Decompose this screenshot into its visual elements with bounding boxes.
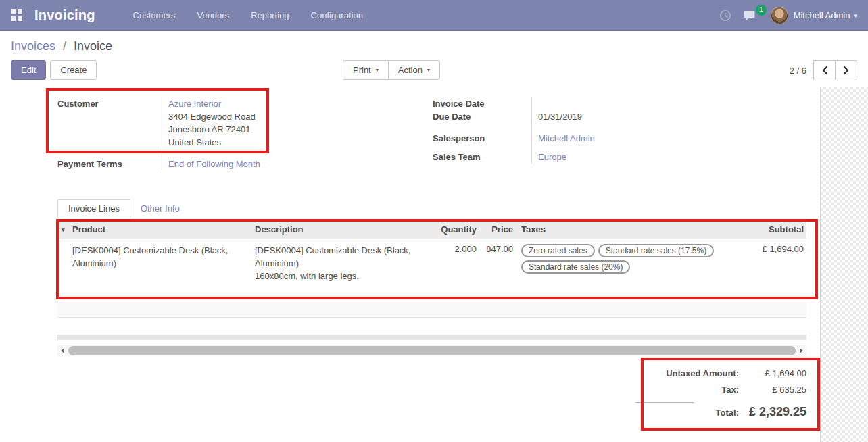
total-row: Total: £ 2,329.25 <box>635 405 806 421</box>
pager-previous-button[interactable] <box>813 60 836 80</box>
description-line: 160x80cm, with large legs. <box>255 270 427 283</box>
untaxed-label: Untaxed Amount: <box>635 368 739 378</box>
field-group-left: Customer Azure Interior 3404 Edgewood Ro… <box>57 97 382 170</box>
total-label: Total: <box>635 408 739 418</box>
chevron-down-icon: ▾ <box>376 67 379 73</box>
chevron-down-icon: ▾ <box>854 12 857 19</box>
column-description: Description <box>252 223 436 236</box>
messages-icon[interactable]: 1 <box>744 9 758 22</box>
column-price: Price <box>477 224 513 235</box>
table-row[interactable]: [DESK0004] Customizable Desk (Black, Alu… <box>57 239 806 298</box>
invoice-lines-table: ▾ Product Description Quantity Price Tax… <box>57 220 806 298</box>
column-subtotal: Subtotal <box>719 224 806 235</box>
tab-other-info[interactable]: Other Info <box>130 200 190 218</box>
cell-description: [DESK0004] Customizable Desk (Black, Alu… <box>252 244 427 283</box>
table-footer-bar <box>57 335 806 340</box>
top-nav: Invoicing Customers Vendors Reporting Co… <box>0 0 868 31</box>
due-date-field: Due Date 01/31/2019 <box>433 110 747 123</box>
nav-item-customers[interactable]: Customers <box>133 10 176 20</box>
total-value: £ 2,329.25 <box>739 405 806 419</box>
tab-invoice-lines[interactable]: Invoice Lines <box>57 199 130 218</box>
empty-table-row <box>57 302 806 318</box>
action-dropdowns: Print ▾ Action ▾ <box>343 60 440 80</box>
cell-price: 847.00 <box>477 244 513 254</box>
cell-quantity: 2.000 <box>436 244 477 254</box>
avatar <box>771 7 788 24</box>
cell-subtotal: £ 1,694.00 <box>719 244 806 254</box>
user-menu[interactable]: Mitchell Admin ▾ <box>771 7 857 24</box>
scrollbar-thumb[interactable] <box>68 346 796 355</box>
field-group-right: Invoice Date Due Date 01/31/2019 Salespe… <box>433 97 747 164</box>
breadcrumb: Invoices / Invoice <box>11 39 112 53</box>
salesperson-label: Salesperson <box>433 132 531 145</box>
tax-pill: Zero rated sales <box>521 244 595 257</box>
scroll-left-arrow[interactable] <box>57 345 68 356</box>
messages-badge: 1 <box>756 5 767 16</box>
app-title[interactable]: Invoicing <box>34 7 95 23</box>
record-buttons: Edit Create <box>11 60 97 80</box>
totals-block: Untaxed Amount: £ 1,694.00 Tax: £ 635.25… <box>635 368 806 421</box>
invoice-date-label: Invoice Date <box>433 97 531 110</box>
create-button[interactable]: Create <box>50 60 97 80</box>
payment-terms-link[interactable]: End of Following Month <box>168 159 260 169</box>
edit-button[interactable]: Edit <box>11 60 46 80</box>
table-header: ▾ Product Description Quantity Price Tax… <box>57 220 806 239</box>
customer-address-line: Jonesboro AR 72401 <box>168 123 256 136</box>
scroll-right-arrow[interactable] <box>796 345 806 356</box>
payment-terms-label: Payment Terms <box>57 157 162 170</box>
customer-label: Customer <box>57 97 162 149</box>
nav-item-reporting[interactable]: Reporting <box>251 10 289 20</box>
customer-field: Customer Azure Interior 3404 Edgewood Ro… <box>57 97 382 149</box>
action-dropdown[interactable]: Action ▾ <box>388 60 440 80</box>
tax-row: Tax: £ 635.25 <box>635 385 806 401</box>
due-date-label: Due Date <box>433 110 531 123</box>
action-label: Action <box>398 65 423 75</box>
tax-pill: Standard rate sales (20%) <box>521 260 630 274</box>
breadcrumb-current: Invoice <box>74 39 112 53</box>
sales-team-link[interactable]: Europe <box>538 152 566 162</box>
customer-address-line: 3404 Edgewood Road <box>168 110 256 123</box>
untaxed-row: Untaxed Amount: £ 1,694.00 <box>635 368 806 385</box>
pager-next-button[interactable] <box>835 60 857 80</box>
invoice-date-value <box>531 97 538 110</box>
salesperson-field: Salesperson Mitchell Admin <box>433 132 747 145</box>
due-date-value: 01/31/2019 <box>531 110 582 123</box>
untaxed-value: £ 1,694.00 <box>739 368 806 378</box>
sheet-side-hatch <box>820 87 868 442</box>
nav-item-vendors[interactable]: Vendors <box>197 10 229 20</box>
horizontal-scrollbar[interactable] <box>57 345 806 356</box>
sales-team-label: Sales Team <box>433 151 531 164</box>
chevron-down-icon: ▾ <box>427 67 430 73</box>
field-separator-line <box>531 97 532 164</box>
customer-value: Azure Interior 3404 Edgewood Road Jonesb… <box>162 97 256 149</box>
column-quantity: Quantity <box>436 224 477 235</box>
nav-item-configuration[interactable]: Configuration <box>311 10 363 20</box>
activities-clock-icon[interactable] <box>719 9 731 22</box>
customer-address-line: United States <box>168 136 256 149</box>
chevron-right-icon <box>843 66 850 74</box>
tax-value: £ 635.25 <box>739 385 806 395</box>
column-taxes: Taxes <box>513 224 719 235</box>
cell-taxes: Zero rated sales Standard rate sales (17… <box>513 244 719 274</box>
nav-right: 1 Mitchell Admin ▾ <box>719 7 857 24</box>
nav-menu: Customers Vendors Reporting Configuratio… <box>133 10 363 20</box>
payment-terms-field: Payment Terms End of Following Month <box>57 157 382 170</box>
print-label: Print <box>353 65 371 75</box>
column-toggle-caret-icon: ▾ <box>57 226 71 233</box>
field-separator-line <box>162 97 162 170</box>
page: Invoicing Customers Vendors Reporting Co… <box>0 0 868 442</box>
tax-label: Tax: <box>635 385 739 395</box>
column-product: Product <box>71 223 252 236</box>
pager-value[interactable]: 2 / 6 <box>790 66 806 76</box>
customer-name-link[interactable]: Azure Interior <box>168 97 256 110</box>
salesperson-link[interactable]: Mitchell Admin <box>538 133 595 143</box>
print-dropdown[interactable]: Print ▾ <box>343 60 389 80</box>
cell-product: [DESK0004] Customizable Desk (Black, Alu… <box>71 244 245 270</box>
tax-pill: Standard rate sales (17.5%) <box>598 244 714 257</box>
breadcrumb-invoices-link[interactable]: Invoices <box>11 39 55 53</box>
user-name: Mitchell Admin <box>794 10 850 20</box>
description-line: [DESK0004] Customizable Desk (Black, Alu… <box>255 244 427 270</box>
notebook-tabs: Invoice Lines Other Info <box>57 199 806 218</box>
apps-grid-icon[interactable] <box>11 9 22 21</box>
pager: 2 / 6 <box>790 60 857 80</box>
